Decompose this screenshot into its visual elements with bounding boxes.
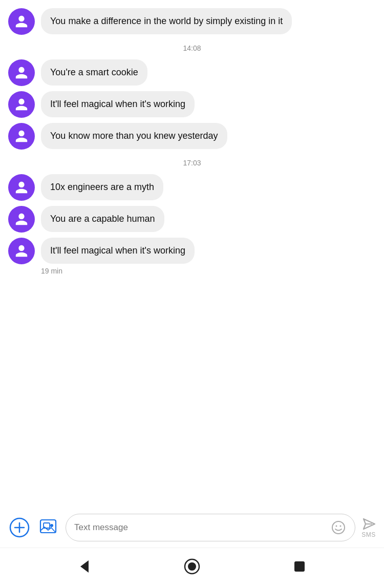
message-with-time: It'll feel magical when it's working 19 …: [41, 238, 195, 275]
message-bubble: It'll feel magical when it's working: [41, 238, 195, 264]
svg-point-7: [336, 526, 337, 527]
message-bubble: You're a smart cookie: [41, 59, 147, 86]
message-bubble: It'll feel magical when it's working: [41, 91, 195, 117]
text-input-wrapper[interactable]: [66, 514, 355, 541]
message-row: You know more than you knew yesterday: [8, 123, 376, 150]
avatar: [8, 174, 35, 201]
avatar: [8, 8, 35, 35]
person-icon: [14, 66, 29, 80]
avatar: [8, 59, 35, 86]
avatar: [8, 238, 35, 264]
svg-point-5: [50, 524, 53, 527]
input-bar: SMS: [0, 508, 384, 548]
message-row: It'll feel magical when it's working 19 …: [8, 238, 376, 275]
emoji-icon: [331, 520, 346, 535]
recents-button[interactable]: [288, 555, 311, 578]
send-label: SMS: [361, 531, 376, 538]
message-row: You make a difference in the world by si…: [8, 8, 376, 35]
home-circle-icon: [183, 557, 201, 576]
message-time: 19 min: [41, 267, 195, 275]
chat-area: You make a difference in the world by si…: [0, 0, 384, 508]
send-button[interactable]: SMS: [361, 517, 376, 538]
back-button[interactable]: [73, 555, 96, 578]
add-button[interactable]: [8, 516, 31, 539]
attach-icon: [38, 517, 58, 538]
recents-icon: [290, 557, 309, 576]
person-icon: [14, 212, 29, 226]
message-row: It'll feel magical when it's working: [8, 91, 376, 118]
avatar: [8, 91, 35, 118]
nav-bar: [0, 548, 384, 588]
add-circle-icon: [9, 517, 30, 538]
message-row: You are a capable human: [8, 206, 376, 233]
message-bubble: You know more than you knew yesterday: [41, 123, 227, 149]
attach-button[interactable]: [37, 516, 59, 539]
avatar: [8, 123, 35, 150]
back-icon: [75, 557, 94, 576]
message-row: 10x engineers are a myth: [8, 174, 376, 201]
timestamp: 17:03: [8, 159, 376, 167]
message-row: You're a smart cookie: [8, 59, 376, 86]
person-icon: [14, 129, 29, 143]
person-icon: [14, 97, 29, 112]
svg-point-13: [188, 562, 196, 571]
message-bubble: You make a difference in the world by si…: [41, 8, 292, 34]
person-icon: [14, 14, 29, 29]
message-bubble: You are a capable human: [41, 206, 164, 232]
text-message-input[interactable]: [74, 522, 330, 533]
timestamp: 14:08: [8, 44, 376, 52]
svg-point-8: [340, 526, 342, 527]
avatar: [8, 206, 35, 233]
send-icon: [361, 517, 376, 531]
svg-rect-14: [294, 561, 305, 572]
emoji-button[interactable]: [330, 519, 347, 536]
svg-marker-11: [80, 560, 89, 573]
person-icon: [14, 180, 29, 195]
person-icon: [14, 244, 29, 258]
svg-point-6: [332, 521, 345, 534]
home-button[interactable]: [181, 555, 203, 578]
message-bubble: 10x engineers are a myth: [41, 174, 163, 200]
